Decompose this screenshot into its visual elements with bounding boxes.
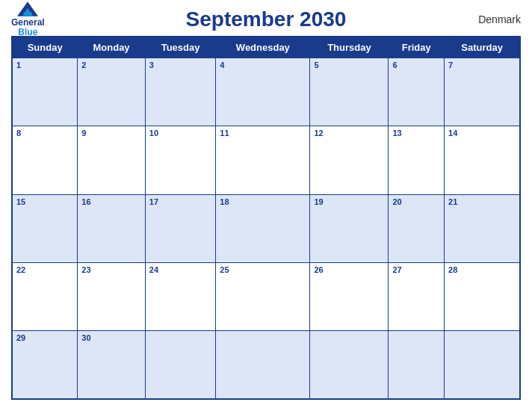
calendar-cell: 28 (445, 262, 520, 330)
calendar-cell: 21 (445, 194, 520, 262)
day-number: 29 (16, 333, 73, 342)
day-number: 16 (81, 197, 140, 206)
day-number: 15 (16, 197, 73, 206)
day-number: 20 (392, 197, 440, 206)
calendar-cell: 13 (389, 126, 445, 194)
calendar-cell: 27 (389, 262, 445, 330)
day-number: 23 (81, 265, 140, 274)
col-saturday: Saturday (445, 37, 520, 58)
calendar-cell: 12 (310, 126, 389, 194)
calendar-cell: 20 (389, 194, 445, 262)
calendar-cell (389, 331, 445, 399)
calendar-cell: 29 (12, 331, 78, 399)
day-number: 22 (16, 265, 73, 274)
calendar-cell: 17 (145, 194, 216, 262)
day-number: 21 (448, 197, 516, 206)
calendar-cell: 8 (12, 126, 78, 194)
header-row: Sunday Monday Tuesday Wednesday Thursday… (12, 37, 520, 58)
logo-area: General Blue (11, 1, 45, 37)
calendar-title: September 2030 (186, 7, 347, 31)
country-label: Denmark (478, 13, 521, 25)
day-number: 13 (392, 129, 440, 137)
calendar-row-4: 22232425262728 (12, 262, 520, 330)
calendar-cell (216, 331, 310, 399)
calendar-cell: 24 (145, 262, 216, 330)
calendar-row-3: 15161718192021 (12, 194, 520, 262)
col-monday: Monday (78, 37, 145, 58)
calendar-cell (145, 331, 216, 399)
calendar-cell: 30 (78, 331, 145, 399)
calendar-cell: 11 (216, 126, 310, 194)
calendar-cell: 1 (12, 58, 78, 126)
calendar-cell: 4 (216, 58, 310, 126)
col-sunday: Sunday (12, 37, 78, 58)
day-number: 8 (16, 129, 73, 137)
calendar-header: General Blue September 2030 Denmark (11, 7, 521, 31)
day-number: 25 (220, 265, 306, 274)
calendar-cell: 14 (445, 126, 520, 194)
calendar-cell: 3 (145, 58, 216, 126)
calendar-container: General Blue September 2030 Denmark Sund… (0, 0, 532, 411)
day-number: 26 (314, 265, 384, 274)
calendar-row-1: 1234567 (12, 58, 520, 126)
day-number: 18 (220, 197, 306, 206)
day-number: 1 (16, 61, 73, 69)
day-number: 11 (220, 129, 306, 137)
calendar-cell (445, 331, 520, 399)
day-number: 7 (448, 61, 516, 69)
day-number: 28 (448, 265, 516, 274)
calendar-cell: 18 (216, 194, 310, 262)
logo-icon (17, 1, 38, 16)
calendar-row-5: 2930 (12, 331, 520, 399)
calendar-cell: 6 (389, 58, 445, 126)
svg-rect-2 (24, 12, 32, 16)
calendar-cell: 2 (78, 58, 145, 126)
day-number: 17 (149, 197, 212, 206)
calendar-cell: 15 (12, 194, 78, 262)
day-number: 14 (448, 129, 516, 137)
calendar-cell: 7 (445, 58, 520, 126)
col-friday: Friday (389, 37, 445, 58)
calendar-cell: 22 (12, 262, 78, 330)
day-number: 19 (314, 197, 384, 206)
day-number: 9 (81, 129, 140, 137)
day-number: 6 (392, 61, 440, 69)
col-tuesday: Tuesday (145, 37, 216, 58)
calendar-cell (310, 331, 389, 399)
col-wednesday: Wednesday (216, 37, 310, 58)
calendar-cell: 19 (310, 194, 389, 262)
calendar-cell: 25 (216, 262, 310, 330)
day-number: 4 (220, 61, 306, 69)
day-number: 30 (81, 333, 140, 342)
day-number: 5 (314, 61, 384, 69)
day-number: 12 (314, 129, 384, 137)
calendar-cell: 9 (78, 126, 145, 194)
calendar-cell: 16 (78, 194, 145, 262)
calendar-row-2: 891011121314 (12, 126, 520, 194)
day-number: 2 (81, 61, 140, 69)
calendar-cell: 10 (145, 126, 216, 194)
calendar-table: Sunday Monday Tuesday Wednesday Thursday… (11, 36, 521, 400)
logo-blue: Blue (18, 28, 37, 37)
col-thursday: Thursday (310, 37, 389, 58)
calendar-cell: 5 (310, 58, 389, 126)
day-number: 24 (149, 265, 212, 274)
calendar-cell: 23 (78, 262, 145, 330)
calendar-cell: 26 (310, 262, 389, 330)
day-number: 27 (392, 265, 440, 274)
day-number: 3 (149, 61, 212, 69)
day-number: 10 (149, 129, 212, 137)
